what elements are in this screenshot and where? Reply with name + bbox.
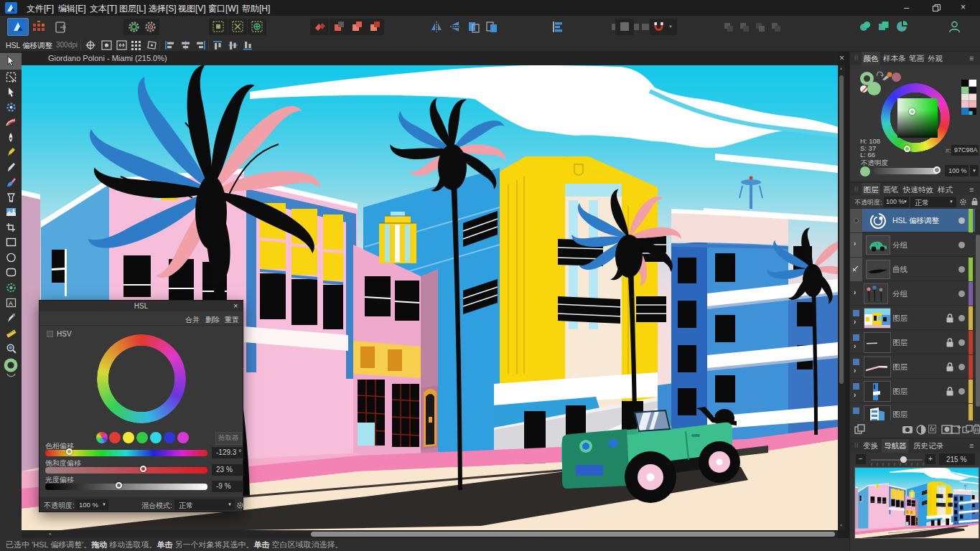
svg-text:A: A xyxy=(9,300,13,307)
